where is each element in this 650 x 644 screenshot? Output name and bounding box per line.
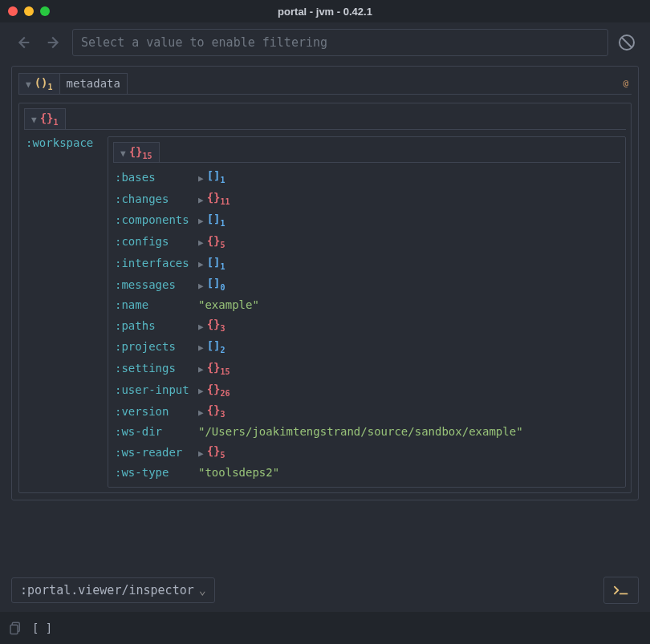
coll-count: 0 bbox=[221, 283, 225, 292]
list-item[interactable]: :bases[]1 bbox=[113, 166, 620, 188]
entry-value: {}11 bbox=[198, 191, 230, 206]
entry-key: :ws-dir bbox=[115, 425, 195, 438]
workspace-row: :workspace {}15 :bases[]1:ch bbox=[24, 130, 626, 488]
entry-key: :paths bbox=[115, 319, 195, 332]
coll-open: { bbox=[207, 403, 213, 416]
back-button[interactable] bbox=[11, 29, 35, 56]
collapsed-coll: {}3 bbox=[207, 403, 225, 419]
collapsed-coll: {}5 bbox=[207, 234, 225, 249]
collapsed-coll: []0 bbox=[207, 277, 225, 292]
coll-open: [ bbox=[207, 339, 213, 352]
list-item[interactable]: :changes{}11 bbox=[113, 188, 620, 209]
coll-count: 1 bbox=[221, 261, 225, 270]
list-item[interactable]: :paths{}3 bbox=[113, 314, 620, 336]
coll-close: } bbox=[213, 191, 220, 204]
workspace-key[interactable]: :workspace bbox=[24, 136, 108, 149]
collapsed-coll: []1 bbox=[207, 213, 225, 228]
collapsed-coll: {}3 bbox=[207, 318, 225, 333]
title-bar: portal - jvm - 0.42.1 bbox=[0, 0, 650, 22]
breadcrumb-metadata[interactable]: metadata bbox=[59, 73, 128, 95]
entry-value: {}15 bbox=[198, 361, 230, 376]
collapsed-coll: {}26 bbox=[207, 383, 230, 398]
entry-key: :changes bbox=[115, 192, 195, 205]
viewer-select[interactable]: :portal.viewer/inspector ⌄ bbox=[11, 577, 215, 603]
forward-button[interactable] bbox=[42, 29, 66, 56]
root-close: ) bbox=[41, 76, 47, 89]
entry-value: {}5 bbox=[198, 234, 225, 249]
breadcrumb-root[interactable]: ()1 bbox=[18, 73, 59, 95]
coll-open: { bbox=[207, 444, 213, 457]
entry-value: []1 bbox=[198, 256, 225, 271]
copy-button[interactable] bbox=[6, 619, 24, 637]
coll-count: 5 bbox=[221, 451, 225, 460]
root-open: ( bbox=[35, 76, 41, 89]
prompt-icon bbox=[613, 584, 629, 597]
root-count: 1 bbox=[48, 83, 53, 91]
coll-close: } bbox=[213, 403, 220, 416]
string-value: "toolsdeps2" bbox=[198, 466, 279, 479]
entry-value: []2 bbox=[198, 339, 225, 354]
list-item[interactable]: :configs{}5 bbox=[113, 231, 620, 253]
list-item[interactable]: :components[]1 bbox=[113, 209, 620, 231]
svg-rect-3 bbox=[10, 625, 18, 634]
collapsed-coll: []1 bbox=[207, 169, 225, 184]
list-item[interactable]: :ws-dir"/Users/joakimtengstrand/source/s… bbox=[113, 422, 620, 441]
ws-open: { bbox=[129, 145, 136, 158]
chevron-down-icon bbox=[120, 146, 126, 159]
list-item[interactable]: :user-input{}26 bbox=[113, 379, 620, 401]
coll-open: { bbox=[207, 318, 213, 330]
entry-key: :configs bbox=[115, 235, 195, 248]
list-item[interactable]: :ws-reader{}5 bbox=[113, 441, 620, 463]
entry-key: :ws-reader bbox=[115, 446, 195, 459]
inner-header: {}1 bbox=[24, 108, 626, 130]
run-button[interactable] bbox=[603, 577, 639, 604]
collapsed-coll: []2 bbox=[207, 339, 225, 354]
coll-close: ] bbox=[213, 277, 220, 290]
chevron-right-icon bbox=[198, 235, 204, 248]
coll-close: } bbox=[213, 361, 220, 374]
minimize-window-button[interactable] bbox=[24, 6, 34, 16]
close-window-button[interactable] bbox=[8, 6, 18, 16]
inner-panel: {}1 :workspace {}15 bbox=[18, 103, 632, 493]
chevron-right-icon bbox=[198, 340, 204, 353]
coll-count: 3 bbox=[221, 324, 225, 333]
chevron-right-icon bbox=[198, 319, 204, 332]
coll-count: 15 bbox=[221, 367, 230, 376]
chevron-right-icon bbox=[198, 192, 204, 205]
clear-button[interactable] bbox=[615, 29, 639, 56]
filter-input[interactable] bbox=[72, 29, 608, 56]
chevron-right-icon bbox=[198, 213, 204, 226]
coll-close: } bbox=[213, 444, 220, 457]
collapsed-coll: {}15 bbox=[207, 361, 230, 376]
viewer-bar: :portal.viewer/inspector ⌄ bbox=[0, 572, 650, 609]
inner-open: { bbox=[40, 111, 47, 124]
collapsed-coll: []1 bbox=[207, 256, 225, 271]
entry-value: "/Users/joakimtengstrand/source/sandbox/… bbox=[198, 425, 523, 438]
coll-open: [ bbox=[207, 256, 213, 269]
inner-header-spacer bbox=[66, 108, 626, 130]
list-item[interactable]: :settings{}15 bbox=[113, 358, 620, 379]
list-item[interactable]: :projects[]2 bbox=[113, 336, 620, 358]
coll-count: 26 bbox=[221, 388, 230, 397]
entry-value: []1 bbox=[198, 169, 225, 184]
list-item[interactable]: :messages[]0 bbox=[113, 273, 620, 295]
list-item[interactable]: :name"example" bbox=[113, 295, 620, 314]
coll-count: 1 bbox=[221, 176, 225, 184]
list-item[interactable]: :interfaces[]1 bbox=[113, 253, 620, 274]
coll-open: { bbox=[207, 191, 213, 204]
coll-count: 5 bbox=[221, 241, 225, 249]
coll-open: [ bbox=[207, 277, 213, 290]
coll-count: 11 bbox=[221, 197, 230, 206]
list-item[interactable]: :version{}3 bbox=[113, 400, 620, 422]
zoom-window-button[interactable] bbox=[40, 6, 50, 16]
coll-close: ] bbox=[213, 169, 220, 182]
entry-key: :components bbox=[115, 213, 195, 226]
list-item[interactable]: :ws-type"toolsdeps2" bbox=[113, 463, 620, 482]
breadcrumb: ()1 metadata @ bbox=[18, 73, 632, 95]
at-sign-icon: @ bbox=[623, 78, 628, 88]
coll-count: 3 bbox=[221, 410, 225, 419]
inner-header-cell[interactable]: {}1 bbox=[24, 108, 66, 130]
workspace-header-cell[interactable]: {}15 bbox=[113, 142, 160, 164]
entry-key: :settings bbox=[115, 362, 195, 375]
inner-count: 1 bbox=[54, 118, 59, 127]
